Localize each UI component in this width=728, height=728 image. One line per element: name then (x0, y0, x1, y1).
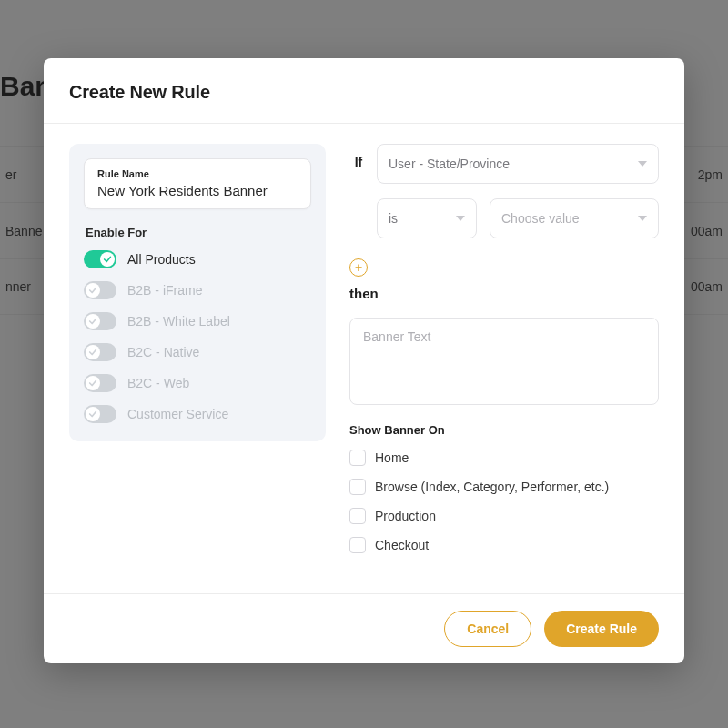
condition-field-select[interactable]: User - State/Province (377, 144, 659, 184)
condition-builder: If + User - State/Province is (349, 144, 659, 584)
create-rule-button[interactable]: Create Rule (544, 611, 659, 647)
banner-text-input[interactable] (349, 318, 659, 405)
check-icon (103, 255, 112, 264)
toggle-label: B2B - White Label (127, 314, 230, 329)
check-icon (88, 379, 97, 388)
check-icon (88, 410, 97, 419)
modal-title: Create New Rule (69, 82, 659, 103)
rule-name-input[interactable] (97, 183, 298, 198)
condition-value-select[interactable]: Choose value (490, 198, 659, 238)
toggle-knob (86, 345, 100, 359)
enable-toggle-b2b-whitelabel[interactable]: B2B - White Label (84, 312, 311, 330)
condition-operator-select[interactable]: is (377, 198, 477, 238)
toggle-label: All Products (127, 252, 196, 267)
enable-toggle-all-products[interactable]: All Products (84, 250, 311, 268)
toggle-switch[interactable] (84, 343, 116, 361)
modal-footer: Cancel Create Rule (44, 593, 684, 663)
toggle-knob (86, 407, 100, 421)
checkbox[interactable] (349, 479, 366, 495)
show-on-production[interactable]: Production (349, 508, 659, 524)
checkbox[interactable] (349, 537, 366, 553)
then-keyword: then (349, 286, 659, 301)
show-banner-on-label: Show Banner On (349, 423, 659, 437)
check-icon (88, 317, 97, 326)
toggle-switch[interactable] (84, 312, 116, 330)
chevron-down-icon (638, 161, 647, 167)
toggle-label: B2C - Web (127, 376, 189, 390)
toggle-switch[interactable] (84, 405, 116, 423)
toggle-switch[interactable] (84, 374, 116, 392)
checkbox-label: Production (375, 509, 436, 523)
enable-for-label: Enable For (86, 226, 311, 239)
rule-name-field[interactable]: Rule Name (84, 158, 311, 209)
show-on-home[interactable]: Home (349, 450, 659, 466)
enable-toggle-b2c-web[interactable]: B2C - Web (84, 374, 311, 392)
toggle-label: B2C - Native (127, 345, 199, 359)
select-value: is (389, 211, 398, 226)
rule-name-label: Rule Name (97, 168, 298, 179)
checkbox-label: Checkout (375, 538, 429, 552)
toggle-knob (86, 283, 100, 298)
modal-body: Rule Name Enable For All Products (44, 124, 684, 593)
cancel-button[interactable]: Cancel (444, 611, 531, 647)
toggle-knob (100, 252, 115, 267)
rail-line (359, 175, 359, 251)
toggle-label: B2B - iFrame (127, 283, 202, 298)
plus-icon: + (355, 261, 362, 274)
show-on-checkout[interactable]: Checkout (349, 537, 659, 553)
check-icon (88, 348, 97, 357)
show-on-browse[interactable]: Browse (Index, Category, Performer, etc.… (349, 479, 659, 495)
toggle-label: Customer Service (127, 407, 228, 421)
checkbox-label: Browse (Index, Category, Performer, etc.… (375, 480, 609, 494)
if-keyword: If (355, 155, 363, 169)
chevron-down-icon (456, 216, 465, 221)
select-placeholder: Choose value (501, 211, 580, 226)
enable-toggle-b2b-iframe[interactable]: B2B - iFrame (84, 281, 311, 299)
add-condition-button[interactable]: + (349, 258, 368, 277)
toggle-knob (86, 376, 100, 390)
enable-toggle-customer-service[interactable]: Customer Service (84, 405, 311, 423)
rule-settings-card: Rule Name Enable For All Products (69, 144, 326, 441)
toggle-switch[interactable] (84, 250, 116, 268)
select-value: User - State/Province (389, 157, 510, 171)
toggle-knob (86, 314, 100, 329)
checkbox[interactable] (349, 508, 366, 524)
check-icon (88, 286, 97, 295)
toggle-switch[interactable] (84, 281, 116, 299)
create-rule-modal: Create New Rule Rule Name Enable For All… (44, 58, 684, 663)
chevron-down-icon (638, 216, 647, 221)
modal-header: Create New Rule (44, 58, 684, 124)
checkbox[interactable] (349, 450, 366, 466)
checkbox-label: Home (375, 450, 409, 465)
enable-toggle-b2c-native[interactable]: B2C - Native (84, 343, 311, 361)
